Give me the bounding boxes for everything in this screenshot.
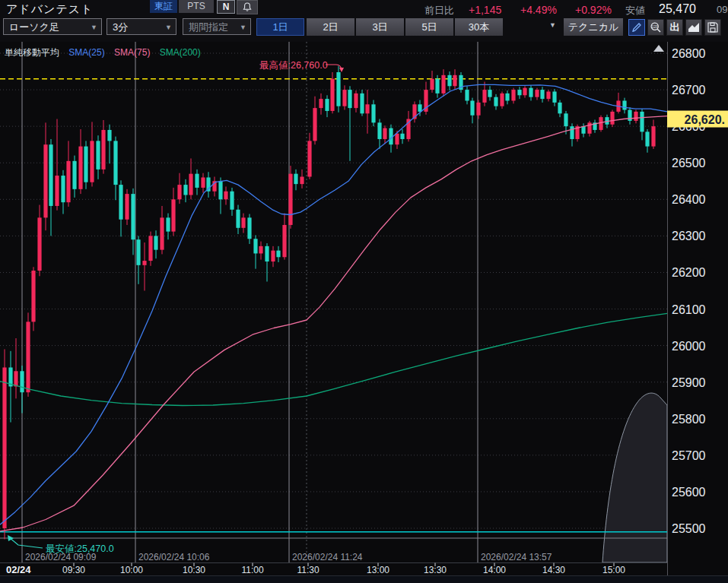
high-arrow [326, 65, 342, 70]
export-button[interactable]: 出 [666, 19, 683, 36]
price-axis-label: 26700 [672, 84, 706, 97]
candle-body [465, 90, 469, 100]
candle-body [20, 371, 24, 392]
candle-body [447, 75, 451, 86]
price-axis-label: 26400 [672, 193, 706, 206]
pencil-icon [631, 22, 642, 33]
candle-body [325, 99, 329, 111]
save-button[interactable] [704, 19, 721, 36]
candle-body [78, 147, 82, 189]
legend-sma25[interactable]: SMA(25) [68, 47, 104, 58]
candle-body [247, 217, 251, 239]
candle-body [535, 90, 539, 97]
price-axis-label: 25600 [672, 486, 706, 499]
sma200-line [0, 313, 667, 405]
session-date-label: 2026/02/24 10:06 [138, 552, 210, 562]
price-axis-label: 25500 [672, 522, 706, 535]
price-axis-label: 26000 [672, 340, 706, 353]
candle-body [634, 112, 637, 121]
candle-body [37, 217, 41, 271]
candle-body [271, 251, 275, 261]
candle-body [488, 90, 491, 97]
legend-sma200[interactable]: SMA(200) [160, 47, 201, 58]
candle-body [171, 199, 175, 231]
candle-body [651, 126, 655, 146]
export-icon: 出 [670, 21, 680, 34]
period-button-30bars[interactable]: 30本 [455, 18, 503, 36]
low-leader [9, 537, 43, 548]
candle-body [430, 79, 434, 90]
candle-body [529, 88, 532, 97]
tab-pts[interactable]: PTS [179, 0, 214, 13]
candle-body [276, 251, 280, 258]
price-axis-label: 26200 [672, 266, 706, 279]
price-axis-label: 25800 [672, 413, 706, 426]
high-annotation: 最高値:26,760.0 [259, 60, 328, 71]
period-button-2day[interactable]: 2日 [307, 18, 354, 36]
scroll-up-icon [653, 45, 664, 52]
chevron-down-icon: ▼ [165, 19, 172, 36]
period-range-select[interactable]: 期間指定 ▼ [183, 18, 251, 35]
candle-body [61, 176, 65, 202]
candle-body [84, 147, 87, 182]
candle-body [236, 210, 240, 228]
candle-body [476, 103, 480, 116]
alert-bell-button[interactable] [237, 0, 258, 14]
candle-body [177, 185, 181, 199]
candle-body [160, 217, 164, 249]
candle-body [640, 112, 644, 131]
more-periods-dropdown[interactable]: ▼ [549, 21, 556, 29]
bell-icon [243, 2, 252, 12]
candles-layer [2, 66, 655, 540]
save-icon [707, 22, 718, 33]
news-badge[interactable]: N [217, 0, 235, 14]
svg-text:123: 123 [652, 25, 658, 29]
header-bar: アドバンテスト 東証 PTS N 前日比 +1,145 +4.49% +0.92… [0, 0, 728, 42]
session-date-label: 2026/02/24 13:57 [481, 552, 552, 562]
interval-select[interactable]: 3分 ▼ [106, 18, 176, 35]
period-range-label: 期間指定 [189, 21, 228, 33]
chart-type-select[interactable]: ローソク足 ▼ [3, 18, 102, 35]
candle-body [265, 246, 269, 261]
candle-body [348, 90, 351, 108]
price-axis-label: 25700 [672, 449, 706, 462]
candle-body [377, 122, 381, 139]
technical-button[interactable]: テクニカル [564, 18, 623, 36]
candle-body [119, 185, 122, 220]
price-axis-label: 26500 [672, 157, 706, 170]
chart-style-button[interactable] [685, 19, 702, 36]
candle-body [622, 100, 626, 109]
price-axis-label: 26800 [672, 47, 706, 60]
chevron-down-icon: ▼ [240, 19, 246, 36]
candle-body [330, 79, 334, 111]
period-button-1day[interactable]: 1日 [256, 18, 304, 36]
legend-sma75[interactable]: SMA(75) [114, 47, 150, 58]
price-chart[interactable]: 最高値:26,760.0最安値:25,470.02026/02/24 09:09… [0, 42, 728, 583]
candle-body [113, 141, 117, 185]
candle-body [470, 100, 474, 115]
x-axis-time-label: 14:30 [542, 565, 565, 575]
candle-body [523, 88, 526, 96]
period-button-5day[interactable]: 5日 [405, 18, 453, 36]
candle-body [131, 194, 135, 239]
candle-body [540, 90, 544, 99]
value-search-button[interactable]: 123 [647, 19, 664, 36]
candle-body [201, 177, 205, 187]
current-price-value: 26,620. [685, 113, 725, 126]
candle-body [517, 90, 521, 95]
candle-body [354, 93, 358, 108]
candle-body [26, 322, 30, 392]
candle-body [400, 134, 404, 139]
candle-body [230, 192, 234, 210]
session-date-label: 2026/02/24 09:09 [25, 552, 97, 562]
candle-body [55, 176, 59, 206]
candle-body [313, 108, 316, 141]
candle-body [418, 104, 421, 112]
candle-body [435, 79, 439, 93]
candle-body [14, 371, 17, 386]
symbol-title: アドバンテスト [6, 2, 93, 17]
draw-tool-button[interactable] [628, 19, 645, 36]
period-button-3day[interactable]: 3日 [356, 18, 404, 36]
x-axis-date-label: 02/24 [6, 564, 31, 575]
tab-tosho[interactable]: 東証 [150, 0, 177, 13]
